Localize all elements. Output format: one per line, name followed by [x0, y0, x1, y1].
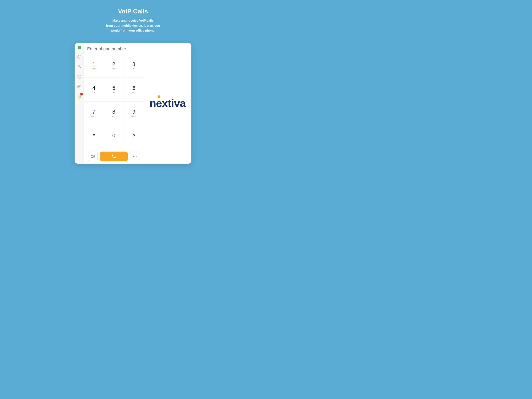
svg-rect-20 [136, 156, 137, 157]
phone-input-row [84, 43, 144, 54]
dialpad-key-0[interactable]: 0 + [104, 125, 124, 149]
svg-point-9 [80, 96, 81, 96]
svg-rect-17 [91, 155, 94, 157]
dialpad-key-5[interactable]: 5 JKL [104, 78, 124, 102]
sidebar-item-home[interactable] [75, 52, 83, 61]
page-subtitle: Make and receive VoIP callsfrom your mob… [106, 18, 160, 33]
more-options-button[interactable] [130, 152, 140, 161]
logo-text-n: n [150, 97, 156, 109]
video-call-button[interactable] [88, 152, 98, 161]
dialpad-key-6[interactable]: 6 MNO [124, 78, 144, 102]
phone-number-input[interactable] [87, 46, 141, 51]
dialpad-key-4[interactable]: 4 GHI [84, 78, 104, 102]
svg-rect-19 [135, 156, 136, 157]
svg-rect-0 [77, 56, 81, 58]
dialpad-row-1: 1 ⏺⏺ 2 ABC 3 DEF [84, 54, 144, 78]
svg-point-16 [79, 98, 79, 99]
sidebar-item-contacts[interactable] [75, 62, 83, 71]
sidebar-item-messages[interactable] [75, 83, 83, 91]
dialpad-row-2: 4 GHI 5 JKL 6 MNO [84, 78, 144, 102]
svg-point-2 [78, 65, 80, 66]
dialpad-row-3: 7 PQRS 8 TUV 9 WXYZ [84, 102, 144, 125]
dialpad-key-9[interactable]: 9 WXYZ [124, 102, 144, 125]
main-card: 21 1 ⏺⏺ 2 ABC 3 DEF [75, 43, 191, 164]
svg-point-8 [79, 96, 79, 96]
svg-point-10 [78, 97, 78, 97]
logo-text-xtiva: xtiva [162, 97, 186, 109]
logo-text-ext: e [156, 97, 162, 109]
dialpad-grid: 1 ⏺⏺ 2 ABC 3 DEF 4 GHI 5 [84, 54, 144, 149]
nextiva-logo: nextiva [150, 97, 186, 109]
dialpad-key-1[interactable]: 1 ⏺⏺ [84, 54, 104, 78]
sidebar-item-dialpad[interactable]: 21 [75, 93, 83, 101]
dialpad-key-2[interactable]: 2 ABC [104, 54, 124, 78]
action-bar [84, 149, 144, 164]
sidebar: 21 [75, 43, 84, 164]
logo-orange-dot [158, 95, 160, 98]
svg-point-13 [78, 97, 78, 98]
dialpad-key-8[interactable]: 8 TUV [104, 102, 124, 125]
dialpad-key-hash[interactable]: # [124, 125, 144, 149]
right-panel: nextiva [144, 43, 191, 164]
svg-point-11 [79, 97, 79, 97]
dialpad-key-7[interactable]: 7 PQRS [84, 102, 104, 125]
svg-point-14 [79, 97, 79, 98]
status-indicator [78, 46, 81, 49]
dialpad-badge: 21 [80, 93, 83, 96]
svg-rect-1 [79, 57, 80, 58]
svg-point-15 [80, 97, 81, 98]
dialpad-row-4: * 0 + # [84, 125, 144, 149]
header: VoIP Calls Make and receive VoIP callsfr… [102, 0, 164, 37]
page-title: VoIP Calls [106, 8, 160, 15]
sidebar-item-history[interactable] [75, 72, 83, 81]
svg-rect-4 [77, 85, 81, 88]
svg-rect-18 [133, 156, 134, 157]
dialpad-key-3[interactable]: 3 DEF [124, 54, 144, 78]
svg-point-7 [78, 96, 78, 96]
svg-point-12 [80, 97, 81, 97]
call-button[interactable] [100, 152, 128, 161]
dialpad-key-star[interactable]: * [84, 125, 104, 149]
phone-panel: 1 ⏺⏺ 2 ABC 3 DEF 4 GHI 5 [84, 43, 144, 164]
